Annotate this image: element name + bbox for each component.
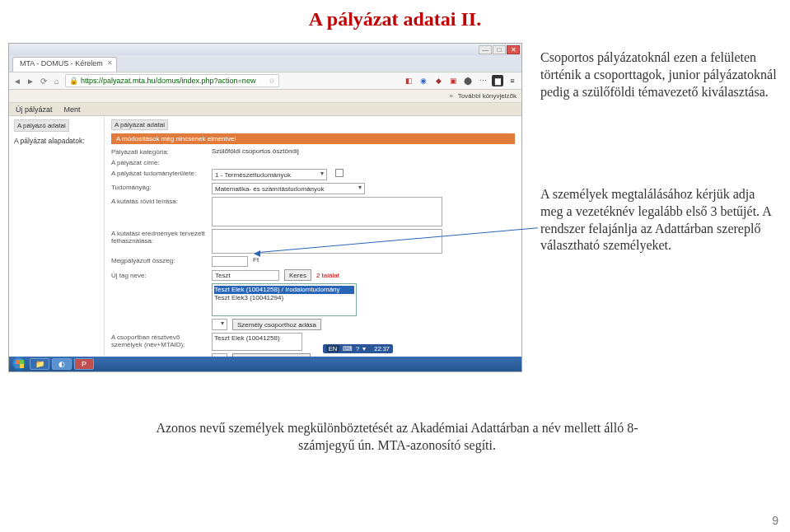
left-column: A pályázó adatai A pályázat alapadatok: xyxy=(9,116,105,357)
input-osszeg[interactable] xyxy=(212,256,248,267)
ext-icon-2[interactable]: ◉ xyxy=(418,75,429,86)
langbar-help-icon[interactable]: ? xyxy=(356,345,359,352)
langbar-time: 22:37 xyxy=(374,345,390,352)
textarea-eredmeny[interactable] xyxy=(212,229,442,254)
reload-icon[interactable]: ⟳ xyxy=(39,76,49,86)
tab-palyazo-adatai[interactable]: A pályázó adatai xyxy=(14,119,69,132)
tab-title: MTA - DOMUS - Kérelem xyxy=(20,59,103,68)
menu-ment[interactable]: Ment xyxy=(64,105,81,114)
label-rovid-leiras: A kutatás rövid leírása: xyxy=(111,197,207,205)
list-item[interactable]: Teszt Elek (10041258) xyxy=(214,334,300,342)
language-bar[interactable]: EN ⌨ ? ▾ 22:37 xyxy=(323,344,393,353)
annotation-arrow-head xyxy=(254,250,260,257)
minimize-button[interactable]: — xyxy=(479,45,492,54)
browser-tab[interactable]: MTA - DOMUS - Kérelem ✕ xyxy=(12,57,117,72)
select-terulet-value: 1 - Természettudományok xyxy=(215,171,291,179)
language-indicator[interactable]: EN xyxy=(326,345,339,352)
label-resztvevo: A csoportban résztvevő személyek (név+MT… xyxy=(111,333,207,348)
bookmarks-overflow-icon[interactable]: » xyxy=(449,92,452,100)
label-kategoria: Pályázati kategória: xyxy=(111,147,207,156)
window-titlebar: — □ ✕ xyxy=(9,44,521,55)
value-kategoria: Szülőföldi csoportos ösztöndíj xyxy=(212,147,299,155)
bookmarks-label[interactable]: További könyvjelzők xyxy=(458,92,517,100)
right-column: A pályázat adatai A módosítások még ninc… xyxy=(105,116,521,357)
label-alapadatok: A pályázat alapadatok: xyxy=(14,137,99,146)
taskbar-app-chrome[interactable]: ◐ xyxy=(52,358,72,370)
ext-icon-4[interactable]: ▣ xyxy=(447,75,459,86)
label-tudomany: Tudományág: xyxy=(111,183,207,191)
toolbar-icons: ◧ ◉ ◆ ▣ ⬤ ⋯ ▆ ≡ xyxy=(403,75,518,86)
select-terulet[interactable]: 1 - Természettudományok xyxy=(212,169,327,180)
label-cim: A pályázat címe: xyxy=(111,158,207,166)
back-icon[interactable]: ◄ xyxy=(12,76,22,86)
ext-icon-5[interactable]: ⬤ xyxy=(462,75,474,86)
bookmark-star-icon[interactable]: ☆ xyxy=(269,77,275,85)
url-bar-row: ◄ ► ⟳ ⌂ 🔒 https://palyazat.mta.hu/domus/… xyxy=(9,72,521,90)
annotation-paragraph-2: A személyek megtalálásához kérjük adja m… xyxy=(540,186,779,254)
label-osszeg: Megpályázott összeg: xyxy=(111,256,207,264)
panel-title: A pályázat adatai xyxy=(111,119,168,130)
select-tudomany-value: Matematika- és számítástudományok xyxy=(215,185,325,193)
checkbox-terulet[interactable] xyxy=(335,169,344,177)
ext-icon-3[interactable]: ◆ xyxy=(432,75,444,86)
app-menubar: Új pályázat Ment xyxy=(9,103,521,116)
list-item[interactable]: Teszt Elek3 (10041294) xyxy=(214,294,354,302)
list-item[interactable]: Teszt Elek (10041258) / Irodalomtudomány xyxy=(214,286,354,294)
label-eredmeny: A kutatási eredmények tervezett felhaszn… xyxy=(111,229,207,245)
found-count: 2 találat xyxy=(316,272,339,279)
select-tudomany[interactable]: Matematika- és számítástudományok xyxy=(212,183,365,194)
listbox-matches[interactable]: Teszt Elek (10041258) / Irodalomtudomány… xyxy=(212,283,357,316)
url-text: https://palyazat.mta.hu/domus/index.php?… xyxy=(81,77,255,85)
page-number: 9 xyxy=(772,514,778,527)
label-terulet: A pályázat tudományterülete: xyxy=(111,169,207,177)
home-icon[interactable]: ⌂ xyxy=(52,76,62,86)
tab-close-icon[interactable]: ✕ xyxy=(107,59,113,67)
input-ujtag-value: Teszt xyxy=(215,272,231,279)
langbar-icon[interactable]: ⌨ xyxy=(343,345,353,352)
forward-icon[interactable]: ► xyxy=(26,76,35,86)
select-arrow[interactable] xyxy=(212,319,227,330)
listbox-participants[interactable]: Teszt Elek (10041258) xyxy=(212,333,302,351)
annotation-paragraph-3: Azonos nevű személyek megkülönböztetését… xyxy=(133,420,661,455)
label-ujtag: Új tag neve: xyxy=(111,271,207,279)
langbar-arrow-icon[interactable]: ▾ xyxy=(362,345,366,352)
label-currency: Ft xyxy=(253,256,259,264)
slide-title: A pályázat adatai II. xyxy=(0,0,790,37)
button-keres[interactable]: Keres xyxy=(284,269,311,281)
bookmarks-bar: » További könyvjelzők xyxy=(9,90,521,103)
maximize-button[interactable]: □ xyxy=(493,45,506,54)
taskbar-app-powerpoint[interactable]: P xyxy=(74,358,94,370)
start-button[interactable] xyxy=(12,357,27,371)
textarea-rovid-leiras[interactable] xyxy=(212,197,442,226)
annotation-paragraph-1: Csoportos pályázatoknál ezen a felületen… xyxy=(540,49,779,100)
lock-icon: 🔒 xyxy=(69,77,78,85)
taskbar-app-explorer[interactable]: 📁 xyxy=(30,358,49,370)
button-add-to-group[interactable]: Személy csoporthoz adása xyxy=(232,319,321,330)
ext-icon-6[interactable]: ⋯ xyxy=(477,75,488,86)
menu-icon[interactable]: ≡ xyxy=(507,75,518,86)
taskbar: 📁 ◐ P xyxy=(9,357,521,371)
warning-bar: A módosítások még nincsenek elmentve! xyxy=(111,133,515,144)
ext-icon-7[interactable]: ▆ xyxy=(492,75,503,86)
ext-icon-1[interactable]: ◧ xyxy=(403,75,414,86)
url-input[interactable]: 🔒 https://palyazat.mta.hu/domus/index.ph… xyxy=(65,74,279,87)
input-ujtag[interactable]: Teszt xyxy=(212,270,279,281)
tab-strip: MTA - DOMUS - Kérelem ✕ xyxy=(9,55,521,72)
menu-uj-palyazat[interactable]: Új pályázat xyxy=(16,105,53,114)
close-button[interactable]: ✕ xyxy=(507,45,520,54)
browser-window: — □ ✕ MTA - DOMUS - Kérelem ✕ ◄ ► ⟳ ⌂ 🔒 … xyxy=(8,43,522,372)
